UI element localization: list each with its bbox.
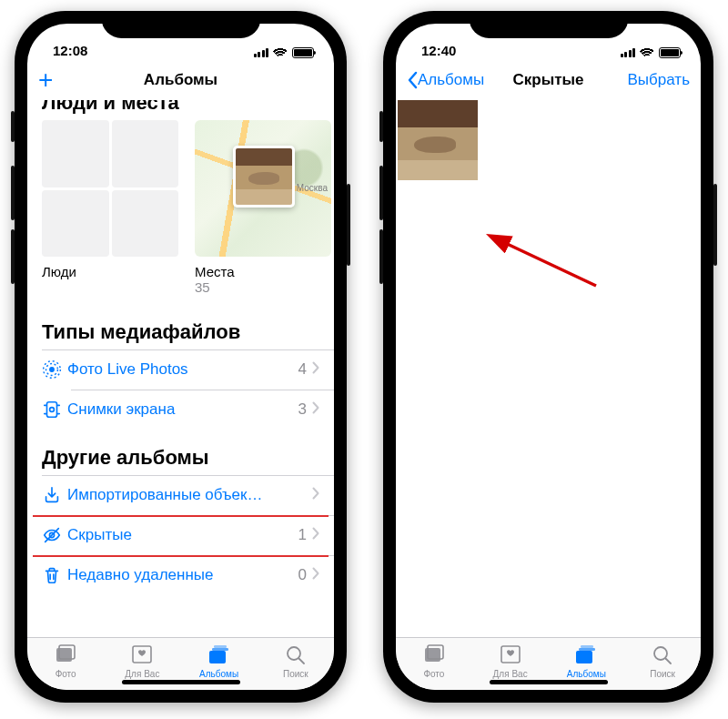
foryou-icon bbox=[130, 643, 154, 667]
search-icon bbox=[651, 643, 674, 667]
phone-frame-left: 12:08 + Альбомы Люди и места Люди bbox=[15, 11, 347, 703]
map-city-label: Москва bbox=[297, 183, 328, 193]
tab-search[interactable]: Поиск bbox=[258, 638, 334, 684]
places-map-thumb: Москва bbox=[195, 120, 331, 257]
chevron-right-icon bbox=[312, 567, 319, 583]
photos-icon bbox=[54, 643, 77, 667]
svg-rect-12 bbox=[214, 645, 227, 648]
photo-thumbnail[interactable] bbox=[398, 100, 478, 180]
svg-rect-21 bbox=[581, 645, 593, 648]
row-label: Скрытые bbox=[67, 526, 298, 544]
status-bar: 12:08 bbox=[27, 24, 334, 60]
trash-icon bbox=[42, 565, 67, 585]
svg-rect-3 bbox=[47, 402, 57, 418]
album-label: Люди bbox=[42, 264, 178, 279]
section-header-other-albums: Другие альбомы bbox=[27, 430, 334, 475]
tab-label: Фото bbox=[56, 669, 76, 679]
tab-albums[interactable]: Альбомы bbox=[181, 638, 258, 684]
cellular-icon bbox=[621, 48, 636, 57]
albums-icon bbox=[574, 643, 598, 667]
chevron-right-icon bbox=[312, 527, 319, 543]
row-count: 3 bbox=[298, 400, 307, 419]
svg-rect-11 bbox=[212, 648, 228, 651]
svg-line-15 bbox=[503, 242, 596, 286]
tab-label: Альбомы bbox=[567, 669, 606, 679]
back-label: Альбомы bbox=[418, 71, 484, 89]
svg-line-14 bbox=[298, 659, 304, 664]
tab-label: Для Вас bbox=[493, 669, 528, 679]
cellular-icon bbox=[254, 48, 269, 57]
row-label: Фото Live Photos bbox=[67, 360, 298, 379]
svg-line-23 bbox=[666, 659, 672, 664]
photos-icon bbox=[422, 643, 446, 667]
row-count: 4 bbox=[298, 360, 307, 379]
row-label: Снимки экрана bbox=[67, 400, 298, 419]
chevron-right-icon bbox=[312, 401, 319, 418]
tab-photos[interactable]: Фото bbox=[27, 638, 104, 684]
wifi-icon bbox=[640, 47, 654, 58]
tab-label: Поиск bbox=[650, 669, 675, 679]
import-icon bbox=[42, 485, 67, 505]
row-count: 1 bbox=[298, 526, 307, 544]
chevron-right-icon bbox=[312, 361, 319, 378]
tab-label: Для Вас bbox=[125, 669, 159, 679]
status-bar: 12:40 bbox=[396, 24, 701, 60]
home-indicator[interactable] bbox=[122, 680, 240, 684]
svg-rect-20 bbox=[579, 648, 595, 651]
hidden-icon bbox=[42, 525, 67, 545]
section-header-media-types: Типы медиафайлов bbox=[27, 304, 334, 349]
section-header-people-places: Люди и места bbox=[27, 100, 334, 115]
album-count: 35 bbox=[195, 279, 331, 295]
tab-label: Фото bbox=[423, 669, 444, 679]
svg-point-4 bbox=[50, 408, 55, 412]
nav-bar: Альбомы Скрытые Выбрать bbox=[396, 60, 701, 100]
status-time: 12:08 bbox=[53, 43, 87, 58]
nav-bar: + Альбомы bbox=[27, 60, 334, 100]
tab-foryou[interactable]: Для Вас bbox=[472, 638, 549, 684]
places-photo-pin bbox=[233, 146, 295, 208]
annotation-arrow bbox=[496, 237, 605, 291]
svg-rect-10 bbox=[209, 651, 226, 663]
row-label: Недавно удаленные bbox=[67, 566, 298, 584]
select-button[interactable]: Выбрать bbox=[628, 71, 690, 89]
tab-label: Поиск bbox=[283, 669, 308, 679]
chevron-right-icon bbox=[312, 487, 319, 503]
tab-albums[interactable]: Альбомы bbox=[549, 638, 625, 684]
row-count: 0 bbox=[298, 566, 307, 584]
list-row-live[interactable]: Фото Live Photos4 bbox=[27, 349, 334, 390]
people-grid-thumb bbox=[42, 120, 178, 257]
svg-point-0 bbox=[49, 367, 55, 372]
row-label: Импортированные объек… bbox=[67, 486, 312, 504]
battery-icon bbox=[292, 47, 314, 58]
svg-rect-19 bbox=[576, 651, 592, 663]
album-places[interactable]: Москва Места 35 bbox=[195, 120, 331, 295]
back-button[interactable]: Альбомы bbox=[407, 71, 484, 89]
add-button[interactable]: + bbox=[38, 67, 53, 93]
phone-frame-right: 12:40 Альбомы Скрытые Выбрать bbox=[383, 11, 713, 703]
tab-foryou[interactable]: Для Вас bbox=[104, 638, 180, 684]
tab-search[interactable]: Поиск bbox=[624, 638, 701, 684]
screenshot-icon bbox=[42, 400, 67, 420]
home-indicator[interactable] bbox=[490, 680, 608, 684]
album-label: Места bbox=[195, 264, 331, 279]
search-icon bbox=[284, 643, 308, 667]
album-people[interactable]: Люди bbox=[42, 120, 178, 295]
list-row-hidden[interactable]: Скрытые1 bbox=[27, 515, 334, 555]
tab-photos[interactable]: Фото bbox=[396, 638, 472, 684]
live-icon bbox=[42, 360, 67, 380]
albums-icon bbox=[207, 643, 231, 667]
nav-title: Альбомы bbox=[120, 71, 241, 89]
foryou-icon bbox=[499, 643, 522, 667]
chevron-left-icon bbox=[407, 71, 418, 89]
wifi-icon bbox=[273, 47, 288, 58]
status-time: 12:40 bbox=[421, 43, 456, 58]
nav-title: Скрытые bbox=[489, 71, 608, 89]
list-row-screenshot[interactable]: Снимки экрана3 bbox=[27, 390, 334, 430]
list-row-trash[interactable]: Недавно удаленные0 bbox=[27, 555, 334, 595]
tab-label: Альбомы bbox=[199, 669, 238, 679]
list-row-import[interactable]: Импортированные объек… bbox=[27, 475, 334, 515]
battery-icon bbox=[659, 47, 681, 58]
